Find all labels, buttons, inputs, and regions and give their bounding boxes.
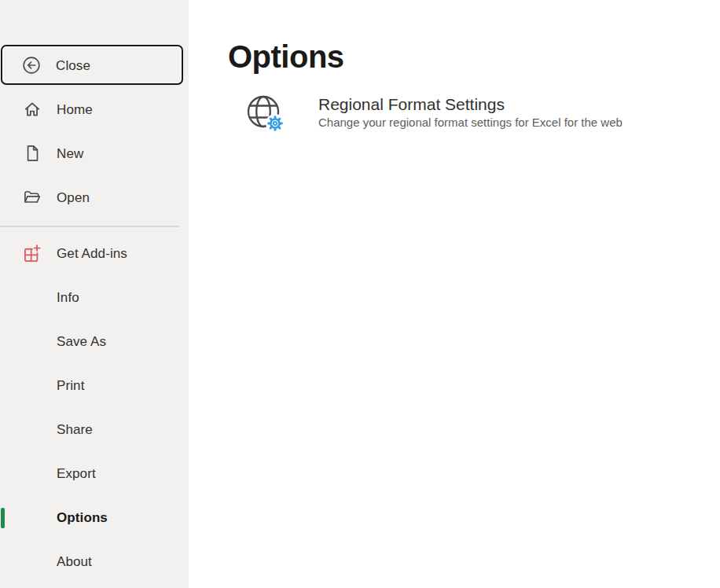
blank-icon-spacer [22, 508, 42, 528]
blank-icon-spacer [22, 376, 42, 396]
option-description: Change your regional format settings for… [318, 115, 623, 130]
sidebar-item-label: New [57, 147, 83, 160]
sidebar-item-export[interactable]: Export [0, 458, 189, 490]
close-label: Close [56, 58, 90, 72]
add-ins-icon [22, 244, 42, 264]
blank-icon-spacer [22, 332, 42, 352]
new-document-icon [22, 143, 42, 164]
blank-icon-spacer [22, 552, 42, 572]
sidebar-item-label: Info [57, 291, 79, 304]
selected-indicator [1, 508, 5, 528]
sidebar-item-about[interactable]: About [0, 546, 189, 578]
page-title: Options [228, 37, 720, 76]
sidebar-item-label: Share [57, 423, 93, 436]
option-title: Regional Format Settings [318, 94, 623, 115]
sidebar-item-label: Home [57, 103, 93, 116]
globe-settings-icon [246, 94, 287, 135]
sidebar-item-new[interactable]: New [0, 138, 189, 169]
sidebar-item-label: Open [57, 191, 90, 204]
backstage-sidebar: Close Home New [0, 0, 189, 588]
sidebar-item-label: Options [57, 511, 108, 524]
sidebar-item-info[interactable]: Info [0, 282, 189, 314]
option-text: Regional Format Settings Change your reg… [318, 94, 623, 130]
blank-icon-spacer [22, 420, 42, 440]
blank-icon-spacer [22, 464, 42, 484]
regional-format-settings-item[interactable]: Regional Format Settings Change your reg… [246, 94, 686, 135]
sidebar-item-open[interactable]: Open [0, 182, 189, 213]
sidebar-item-label: About [57, 555, 92, 568]
home-icon [22, 99, 42, 119]
backstage-view: Close Home New [0, 0, 720, 588]
back-arrow-icon [21, 55, 42, 75]
sidebar-item-label: Print [57, 379, 84, 392]
sidebar-item-save-as[interactable]: Save As [0, 326, 189, 358]
sidebar-item-label: Get Add-ins [57, 247, 127, 260]
sidebar-item-get-add-ins[interactable]: Get Add-ins [0, 238, 189, 270]
sidebar-item-label: Save As [57, 335, 106, 348]
sidebar-item-options[interactable]: Options [0, 502, 189, 534]
sidebar-item-print[interactable]: Print [0, 370, 189, 402]
sidebar-divider [0, 226, 179, 227]
open-folder-icon [22, 187, 42, 208]
sidebar-item-share[interactable]: Share [0, 414, 189, 446]
blank-icon-spacer [22, 288, 42, 308]
options-page: Options [189, 0, 720, 588]
close-button[interactable]: Close [1, 45, 183, 85]
sidebar-item-home[interactable]: Home [0, 94, 189, 125]
sidebar-item-label: Export [57, 467, 96, 480]
